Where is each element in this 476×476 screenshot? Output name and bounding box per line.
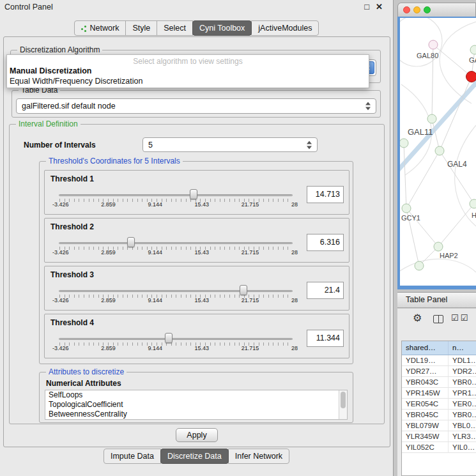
- scrollbar-thumb[interactable]: [341, 392, 346, 408]
- selected-node[interactable]: [466, 72, 476, 82]
- slider-track[interactable]: [59, 194, 293, 196]
- network-node[interactable]: [400, 139, 408, 148]
- dropdown-placeholder: Select algorithm to view settings: [7, 55, 369, 66]
- scale-label: -3.426: [52, 249, 69, 256]
- algorithm-dropdown: Select algorithm to view settings Manual…: [6, 54, 369, 88]
- network-edge[interactable]: [433, 45, 472, 77]
- network-node[interactable]: [429, 40, 438, 49]
- scrollbar[interactable]: [339, 390, 347, 419]
- column-header[interactable]: shared…: [402, 341, 449, 355]
- threshold-value-field[interactable]: 21.4: [307, 282, 344, 299]
- network-node[interactable]: [470, 199, 476, 208]
- table-cell: YDR2…: [449, 366, 476, 376]
- threshold-label: Threshold 3: [50, 270, 94, 279]
- table-cell: YBR045C: [402, 410, 449, 420]
- table-cell: YBR0…: [449, 377, 476, 387]
- attribute-item[interactable]: TopologicalCoefficient: [45, 400, 347, 410]
- tab-impute-data[interactable]: Impute Data: [104, 449, 161, 464]
- close-traffic-light-icon[interactable]: [403, 6, 410, 13]
- tab-cyni-toolbox[interactable]: Cyni Toolbox: [192, 20, 252, 36]
- threshold-value-field[interactable]: 14.713: [307, 186, 344, 203]
- threshold-value-field[interactable]: 6.316: [307, 234, 344, 251]
- network-node[interactable]: [434, 242, 443, 251]
- table-cell: YLR345W: [402, 431, 449, 441]
- network-window-titlebar[interactable]: [397, 3, 476, 17]
- select-all-checkbox-icon[interactable]: ☑: [451, 313, 459, 323]
- columns-icon[interactable]: [433, 315, 443, 323]
- float-window-icon[interactable]: □: [364, 2, 369, 12]
- network-edge[interactable]: [406, 151, 440, 208]
- slider-track[interactable]: [59, 290, 293, 292]
- table-row[interactable]: YPR145WYPR1…: [402, 388, 476, 399]
- table-row[interactable]: YER054CYER0…: [402, 399, 476, 410]
- scale-label: 9.144: [148, 297, 162, 303]
- table-cell: YER0…: [449, 399, 476, 409]
- node-label: GAL11: [408, 127, 433, 137]
- tab-jactivemodules[interactable]: jActiveModules: [251, 20, 319, 36]
- table-row[interactable]: YBL079WYBL0…: [402, 420, 476, 431]
- table-panel-title: Table Panel: [397, 292, 476, 308]
- tab-style[interactable]: Style: [125, 20, 157, 36]
- table-cell: YDR27…: [402, 366, 449, 376]
- attribute-item[interactable]: BetweennessCentrality: [45, 410, 347, 419]
- network-focus-frame: GAL80GAGAL11GAL4GCY1HHAP2: [397, 17, 476, 289]
- gear-icon[interactable]: ⚙: [413, 312, 422, 324]
- attribute-item[interactable]: SelfLoops: [45, 390, 347, 400]
- table-row[interactable]: YLR345WYLR3…: [402, 431, 476, 442]
- close-icon[interactable]: ✕: [376, 2, 383, 12]
- network-node[interactable]: [415, 261, 424, 270]
- dropdown-option[interactable]: Manual Discretization: [7, 66, 369, 76]
- table-cell: YDL19…: [402, 355, 449, 365]
- thresholds-group: Threshold's Coordinates for 5 Intervals …: [39, 161, 353, 364]
- node-label: GAL4: [447, 160, 467, 169]
- scale-label: 15.43: [195, 297, 210, 303]
- num-intervals-combo[interactable]: 5: [142, 137, 318, 152]
- combo-arrows-icon[interactable]: [365, 102, 371, 111]
- network-canvas[interactable]: GAL80GAGAL11GAL4GCY1HHAP2: [400, 18, 476, 286]
- network-edge[interactable]: [440, 77, 472, 151]
- table-row[interactable]: YBR043CYBR0…: [402, 377, 476, 388]
- slider-scale: -3.4262.8599.14415.4321.71528: [52, 345, 298, 351]
- tab-select[interactable]: Select: [157, 20, 193, 36]
- table-row[interactable]: YDL19…YDL1…: [402, 355, 476, 366]
- zoom-traffic-light-icon[interactable]: [424, 6, 431, 13]
- threshold-box: Threshold 2 -3.4262.8599.14415.4321.7152…: [44, 218, 349, 263]
- table-row[interactable]: YIL052CYIL0…: [402, 442, 476, 453]
- slider-track[interactable]: [59, 338, 293, 340]
- scale-label: 15.43: [195, 249, 210, 256]
- slider-track[interactable]: [59, 242, 293, 244]
- num-intervals-label: Number of Intervals: [24, 141, 96, 150]
- table-row[interactable]: YDR27…YDR2…: [402, 366, 476, 377]
- minimize-traffic-light-icon[interactable]: [413, 6, 420, 13]
- table-cell: YBL0…: [449, 420, 476, 431]
- slider-thumb[interactable]: [190, 189, 197, 199]
- slider-thumb[interactable]: [240, 285, 247, 295]
- scale-label: 2.859: [101, 249, 116, 256]
- slider-thumb[interactable]: [127, 237, 135, 247]
- threshold-box: Threshold 4 -3.4262.8599.14415.4321.7152…: [44, 314, 349, 358]
- dropdown-option[interactable]: Equal Width/Frequency Discretization: [7, 76, 369, 86]
- node-label: GA: [469, 56, 476, 64]
- slider-thumb[interactable]: [165, 333, 173, 343]
- tab-network[interactable]: Network: [74, 20, 127, 36]
- attributes-list[interactable]: SelfLoopsTopologicalCoefficientBetweenne…: [45, 390, 348, 420]
- threshold-value-field[interactable]: 11.344: [307, 330, 344, 347]
- network-node[interactable]: [470, 45, 476, 54]
- network-node[interactable]: [435, 146, 444, 155]
- table-data-combo[interactable]: galFiltered.sif default node: [16, 98, 376, 114]
- table-row[interactable]: YBR045CYBR0…: [402, 410, 476, 420]
- cyni-toolbox-content: Discretization Algorithm Select algorith…: [3, 36, 390, 447]
- network-node[interactable]: [427, 114, 436, 123]
- column-header[interactable]: n…: [449, 341, 476, 355]
- tab-infer-network[interactable]: Infer Network: [228, 449, 289, 464]
- tab-discretize-data[interactable]: Discretize Data: [160, 449, 229, 464]
- network-node[interactable]: [402, 204, 411, 213]
- network-edge[interactable]: [404, 143, 406, 208]
- combo-arrows-icon[interactable]: [307, 141, 312, 149]
- table-panel-toolbar: ⚙ ☑ ☑: [397, 311, 476, 328]
- scale-label: 9.144: [148, 345, 162, 351]
- apply-button[interactable]: Apply: [176, 428, 218, 442]
- network-edge[interactable]: [438, 204, 474, 247]
- show-columns-checkbox-icon[interactable]: ☑: [461, 313, 469, 323]
- table-cell: YPR145W: [402, 388, 449, 398]
